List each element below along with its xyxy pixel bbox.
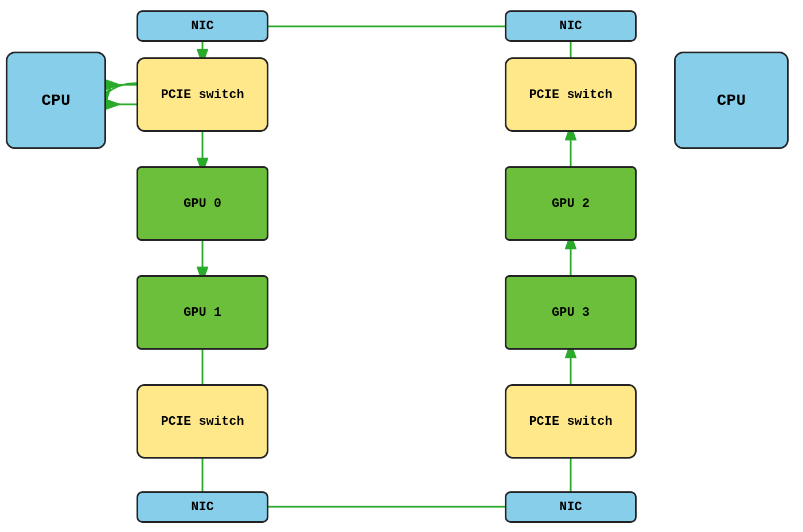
cpu-right: CPU [674,52,789,149]
gpu-0: GPU 0 [137,166,268,241]
gpu-2: GPU 2 [505,166,637,241]
pcie-top-right: PCIE switch [505,57,637,132]
nic-bottom-left: NIC [137,491,268,523]
pcie-bottom-left: PCIE switch [137,384,268,459]
cpu-left: CPU [6,52,106,149]
diagram-container: CPU CPU NIC NIC PCIE switch PCIE switch … [0,0,803,532]
nic-bottom-right: NIC [505,491,637,523]
pcie-bottom-right: PCIE switch [505,384,637,459]
pcie-top-left: PCIE switch [137,57,268,132]
nic-top-right: NIC [505,10,637,42]
gpu-3: GPU 3 [505,275,637,350]
gpu-1: GPU 1 [137,275,268,350]
nic-top-left: NIC [137,10,268,42]
